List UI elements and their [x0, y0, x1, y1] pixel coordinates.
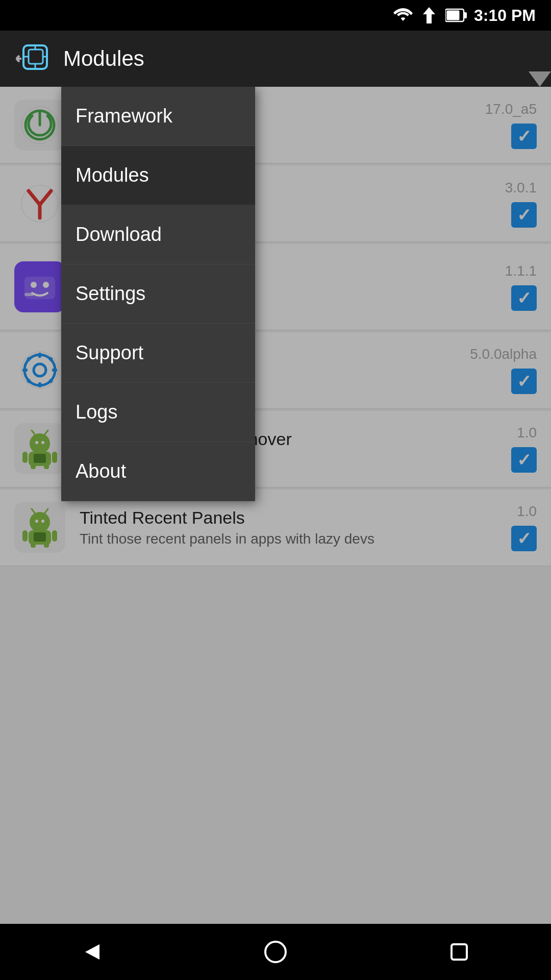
app-bar: Modules [0, 31, 551, 87]
nav-home-button[interactable] [255, 932, 296, 972]
menu-item-download[interactable]: Download [61, 205, 255, 264]
menu-item-modules[interactable]: Modules [61, 146, 255, 205]
app-bar-title: Modules [63, 46, 539, 71]
nav-recents-button[interactable] [439, 932, 480, 972]
wifi-icon [393, 8, 413, 23]
main-content: r power menu! 17.0_a5 ✓ re o [0, 87, 551, 924]
status-bar: 3:10 PM [0, 0, 551, 31]
menu-item-settings[interactable]: Settings [61, 264, 255, 324]
svg-rect-2 [447, 11, 460, 20]
svg-rect-1 [464, 12, 467, 18]
menu-item-framework[interactable]: Framework [61, 87, 255, 146]
battery-icon [445, 8, 467, 22]
svg-point-55 [265, 942, 286, 962]
dropdown-menu: Framework Modules Download Settings Supp… [61, 87, 255, 501]
airplane-icon [420, 6, 438, 24]
status-icons: 3:10 PM [393, 6, 536, 25]
menu-item-logs[interactable]: Logs [61, 383, 255, 442]
svg-marker-54 [85, 944, 99, 960]
dropdown-arrow-indicator [529, 71, 551, 87]
nav-back-button[interactable] [71, 932, 112, 972]
nav-bar [0, 924, 551, 980]
status-time: 3:10 PM [474, 6, 536, 25]
menu-item-support[interactable]: Support [61, 324, 255, 383]
menu-item-about[interactable]: About [61, 442, 255, 501]
app-logo [12, 38, 53, 79]
dropdown-overlay[interactable]: Framework Modules Download Settings Supp… [0, 87, 551, 924]
svg-rect-4 [29, 50, 43, 64]
svg-rect-56 [452, 944, 467, 960]
